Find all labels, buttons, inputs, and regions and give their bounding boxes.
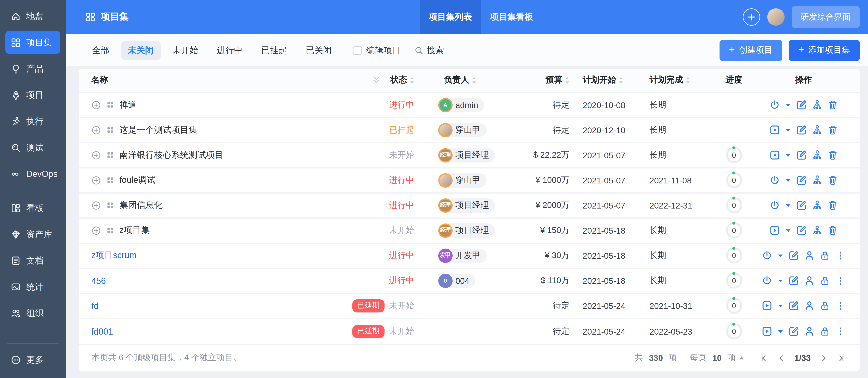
- action-caret-down-button[interactable]: [785, 202, 791, 208]
- action-edit-button[interactable]: [796, 175, 806, 185]
- sidebar-item-project[interactable]: 项目: [5, 84, 60, 106]
- action-edit-button[interactable]: [788, 326, 799, 337]
- edit-project-checkbox[interactable]: [353, 46, 362, 55]
- column-header-status[interactable]: 状态: [324, 75, 414, 86]
- action-caret-down-button[interactable]: [777, 278, 783, 284]
- action-play-button[interactable]: [762, 301, 772, 311]
- action-lock-button[interactable]: [819, 275, 830, 286]
- action-trash-button[interactable]: [827, 175, 838, 185]
- column-header-begin[interactable]: 计划开始: [576, 75, 646, 86]
- sidebar-item-product[interactable]: 产品: [5, 57, 60, 80]
- action-org-tree-button[interactable]: [812, 200, 822, 210]
- action-edit-button[interactable]: [796, 200, 806, 210]
- action-play-button[interactable]: [762, 326, 772, 337]
- action-play-button[interactable]: [770, 125, 780, 135]
- action-caret-down-button[interactable]: [785, 177, 791, 183]
- per-page-select[interactable]: 每页 10 项: [690, 353, 745, 364]
- action-lock-button[interactable]: [819, 326, 830, 337]
- sidebar-item-stats[interactable]: 统计: [5, 275, 60, 298]
- search-toggle[interactable]: 搜索: [414, 45, 444, 56]
- column-header-budget[interactable]: 预算: [516, 75, 576, 86]
- sidebar-item-doc[interactable]: 文档: [5, 249, 60, 272]
- action-caret-down-button[interactable]: [785, 152, 791, 158]
- program-name-link[interactable]: z项目集: [119, 225, 150, 236]
- action-caret-down-button[interactable]: [785, 127, 791, 133]
- action-org-tree-button[interactable]: [812, 125, 822, 135]
- action-lock-button[interactable]: [819, 301, 830, 311]
- action-caret-down-button[interactable]: [777, 303, 783, 309]
- sidebar-item-org[interactable]: 组织: [5, 302, 60, 324]
- next-page-button[interactable]: [817, 351, 830, 365]
- expand-toggle[interactable]: [91, 100, 101, 110]
- prev-page-button[interactable]: [775, 351, 788, 365]
- action-kebab-button[interactable]: [835, 275, 845, 286]
- filter-tab-1[interactable]: 未关闭: [121, 41, 160, 60]
- action-edit-button[interactable]: [796, 100, 806, 110]
- edit-project-toggle[interactable]: 编辑项目: [353, 45, 401, 56]
- action-edit-button[interactable]: [788, 251, 799, 261]
- action-user-button[interactable]: [804, 326, 814, 337]
- collapse-all-icon[interactable]: [373, 77, 380, 84]
- filter-tab-3[interactable]: 进行中: [210, 41, 249, 60]
- action-power-button[interactable]: [770, 200, 780, 210]
- user-avatar[interactable]: [767, 8, 784, 26]
- action-caret-down-button[interactable]: [785, 102, 791, 108]
- action-trash-button[interactable]: [827, 125, 838, 135]
- add-program-button[interactable]: +添加项目集: [788, 40, 860, 61]
- filter-tab-5[interactable]: 已关闭: [299, 41, 338, 60]
- expand-toggle[interactable]: [91, 201, 101, 210]
- header-tab-1[interactable]: 项目集看板: [481, 0, 542, 34]
- action-power-button[interactable]: [770, 175, 780, 185]
- first-page-button[interactable]: [757, 351, 771, 365]
- action-org-tree-button[interactable]: [812, 150, 822, 160]
- sidebar-item-home[interactable]: 地盘: [5, 5, 60, 28]
- action-edit-button[interactable]: [788, 275, 799, 286]
- header-tab-0[interactable]: 项目集列表: [420, 0, 481, 34]
- action-play-button[interactable]: [770, 150, 780, 160]
- program-name-link[interactable]: 南洋银行核心系统测试项目: [119, 150, 223, 161]
- action-edit-button[interactable]: [788, 301, 799, 311]
- action-trash-button[interactable]: [827, 200, 838, 210]
- action-lock-button[interactable]: [819, 251, 830, 261]
- action-org-tree-button[interactable]: [812, 100, 822, 110]
- sidebar-item-more[interactable]: 更多: [5, 349, 60, 372]
- filter-tab-2[interactable]: 未开始: [166, 41, 205, 60]
- action-user-button[interactable]: [804, 301, 814, 311]
- filter-tab-0[interactable]: 全部: [85, 41, 116, 60]
- global-create-button[interactable]: [743, 8, 760, 26]
- column-header-owner[interactable]: 负责人: [414, 75, 516, 86]
- sidebar-item-execution[interactable]: 执行: [5, 110, 60, 133]
- action-play-button[interactable]: [770, 226, 780, 236]
- workspace-switch-button[interactable]: 研发综合界面: [792, 6, 860, 28]
- action-kebab-button[interactable]: [835, 301, 845, 311]
- action-trash-button[interactable]: [827, 150, 838, 160]
- action-caret-down-button[interactable]: [777, 328, 783, 335]
- action-power-button[interactable]: [762, 275, 772, 286]
- project-name-link[interactable]: fd: [91, 301, 98, 311]
- action-power-button[interactable]: [770, 100, 780, 110]
- column-header-end[interactable]: 计划完成: [646, 75, 712, 86]
- program-name-link[interactable]: 集团信息化: [119, 200, 163, 211]
- sidebar-item-assets[interactable]: 资产库: [5, 223, 60, 245]
- create-project-button[interactable]: +创建项目: [719, 40, 782, 61]
- program-name-link[interactable]: foule调试: [119, 175, 155, 186]
- project-name-link[interactable]: 456: [91, 276, 106, 285]
- expand-toggle[interactable]: [91, 125, 101, 135]
- filter-tab-4[interactable]: 已挂起: [255, 41, 294, 60]
- action-power-button[interactable]: [762, 251, 772, 261]
- action-caret-down-button[interactable]: [777, 253, 783, 259]
- sidebar-item-qa[interactable]: 测试: [5, 136, 60, 159]
- program-name-link[interactable]: 禅道: [119, 99, 137, 111]
- action-user-button[interactable]: [804, 275, 814, 286]
- action-org-tree-button[interactable]: [812, 175, 822, 185]
- sidebar-item-devops[interactable]: DevOps: [5, 163, 60, 185]
- action-trash-button[interactable]: [827, 100, 838, 110]
- sidebar-item-kanban[interactable]: 看板: [5, 197, 60, 219]
- action-trash-button[interactable]: [827, 226, 838, 236]
- action-caret-down-button[interactable]: [785, 227, 791, 233]
- expand-toggle[interactable]: [91, 175, 101, 185]
- action-user-button[interactable]: [804, 251, 814, 261]
- project-name-link[interactable]: fd001: [91, 327, 113, 336]
- sidebar-item-program[interactable]: 项目集: [5, 31, 60, 54]
- last-page-button[interactable]: [835, 351, 848, 365]
